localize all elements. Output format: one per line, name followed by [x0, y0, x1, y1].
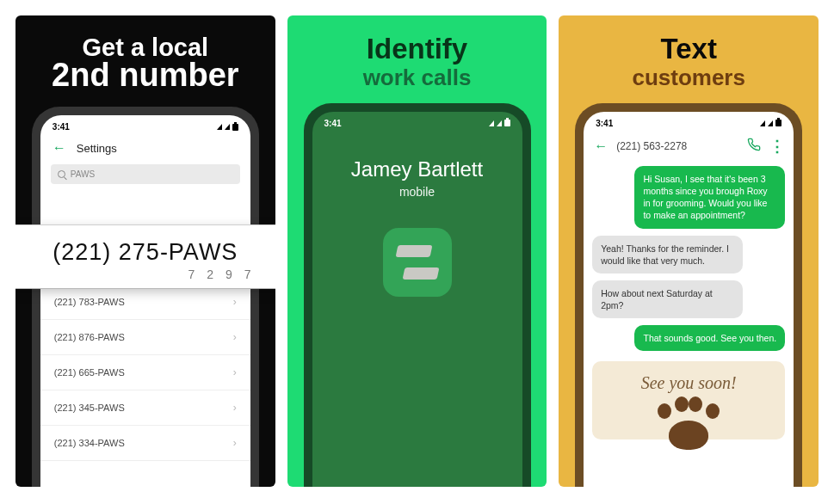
headline: Identify work calls [287, 15, 547, 89]
settings-title: Settings [77, 142, 117, 155]
search-icon [58, 170, 65, 178]
wifi-icon [225, 124, 230, 130]
screenshot-gallery: Get a local 2nd number 3:41 ← Settings [0, 0, 834, 504]
battery-icon [504, 120, 510, 126]
signal-icon [217, 124, 222, 130]
status-time: 3:41 [324, 119, 342, 128]
chevron-right-icon: › [233, 331, 237, 343]
status-icons [489, 120, 510, 126]
selected-number: (221) 275-PAWS [15, 239, 275, 266]
status-icons [760, 120, 781, 126]
phone-screen: 3:41 Jamey Bartlett mobile [312, 112, 522, 487]
wifi-icon [768, 120, 773, 126]
message-incoming[interactable]: Yeah! Thanks for the reminder. I would l… [592, 236, 743, 274]
headline: Get a local 2nd number [15, 15, 275, 93]
app-logo-icon [383, 228, 452, 297]
phone-frame: 3:41 ← (221) 563-2278 ⋮ Hi S [575, 103, 802, 487]
caller-name: Jamey Bartlett [312, 157, 522, 181]
phone-screen: 3:41 ← Settings PAWS (221 [40, 115, 250, 487]
list-item[interactable]: (221) 783-PAWS› [40, 285, 250, 320]
back-icon[interactable]: ← [53, 140, 66, 156]
phone-frame: 3:41 ← Settings PAWS (221 [32, 107, 259, 487]
headline-line2: work calls [287, 66, 547, 89]
headline-line1: Identify [287, 34, 547, 65]
status-time: 3:41 [596, 119, 613, 128]
panel-2nd-number: Get a local 2nd number 3:41 ← Settings [15, 15, 275, 487]
incoming-call-caller: Jamey Bartlett mobile [312, 132, 522, 199]
search-value: PAWS [71, 169, 95, 179]
wifi-icon [497, 120, 502, 126]
chat-header: ← (221) 563-2278 ⋮ [584, 132, 794, 161]
chevron-right-icon: › [233, 402, 237, 414]
selected-number-digits: 7297 [15, 267, 275, 281]
headline-line2: 2nd number [15, 58, 275, 93]
message-outgoing[interactable]: Hi Susan, I see that it's been 3 months … [634, 166, 785, 229]
status-icons [217, 124, 238, 131]
list-item[interactable]: (221) 876-PAWS› [40, 320, 250, 355]
chevron-right-icon: › [233, 437, 237, 449]
phone-screen: 3:41 ← (221) 563-2278 ⋮ Hi S [584, 112, 794, 487]
list-item[interactable]: (221) 665-PAWS› [40, 355, 250, 390]
sideline-s-icon [393, 238, 442, 286]
message-incoming[interactable]: How about next Saturday at 2pm? [592, 280, 743, 318]
battery-icon [775, 120, 781, 126]
chat-body: Hi Susan, I see that it's been 3 months … [584, 161, 794, 357]
headline: Text customers [559, 15, 819, 89]
back-icon[interactable]: ← [594, 138, 608, 154]
status-bar: 3:41 [312, 112, 522, 132]
headline-line2: customers [559, 66, 819, 89]
contact-number: (221) 563-2278 [616, 140, 738, 152]
battery-icon [232, 124, 238, 131]
signal-icon [760, 120, 765, 126]
selected-number-callout: (221) 275-PAWS 7297 [15, 225, 275, 288]
caller-subtitle: mobile [312, 185, 522, 199]
status-bar: 3:41 [40, 115, 250, 135]
settings-toolbar: ← Settings [40, 135, 250, 161]
chevron-right-icon: › [233, 296, 237, 308]
promo-card: See you soon! [592, 361, 785, 439]
paw-icon [654, 400, 723, 434]
search-input[interactable]: PAWS [51, 164, 240, 184]
more-icon[interactable]: ⋮ [769, 137, 783, 156]
list-item[interactable]: (221) 345-PAWS› [40, 390, 250, 426]
signal-icon [489, 120, 494, 126]
panel-identify-calls: Identify work calls 3:41 Jamey Bartlett … [287, 15, 547, 487]
message-outgoing[interactable]: That sounds good. See you then. [634, 325, 785, 351]
status-bar: 3:41 [584, 112, 794, 132]
call-icon[interactable] [747, 138, 761, 155]
chevron-right-icon: › [233, 366, 237, 378]
list-item[interactable]: (221) 334-PAWS› [40, 426, 250, 461]
card-title: See you soon! [592, 373, 785, 393]
status-time: 3:41 [53, 122, 70, 132]
headline-line1: Text [559, 34, 819, 65]
panel-text-customers: Text customers 3:41 ← (221) 563-2278 [559, 15, 819, 487]
phone-frame: 3:41 Jamey Bartlett mobile [304, 103, 531, 487]
